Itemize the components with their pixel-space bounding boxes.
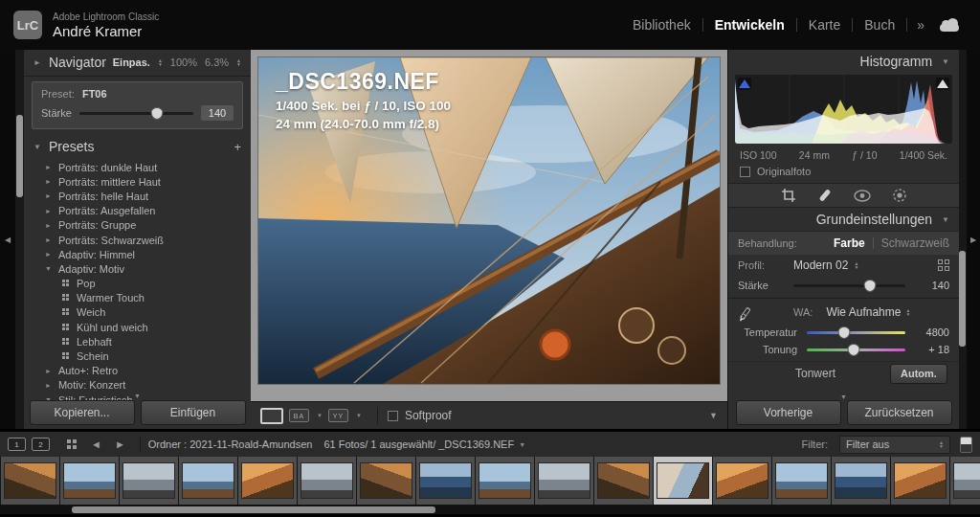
slider-thumb[interactable] — [848, 344, 860, 356]
disclosure-triangle-icon[interactable]: ▼ — [942, 57, 949, 66]
module-library[interactable]: Bibliothek — [621, 17, 702, 33]
filmstrip-thumbnail[interactable] — [713, 457, 771, 505]
chevron-down-icon[interactable]: ▼ — [519, 441, 525, 448]
filmstrip-thumbnail[interactable] — [772, 457, 831, 505]
filmstrip-scrollbar[interactable] — [0, 506, 980, 514]
filmstrip-thumbnail[interactable] — [1, 457, 59, 505]
basic-panel-header[interactable]: Grundeinstellungen ▼ — [728, 208, 959, 231]
filmstrip-thumbnail[interactable] — [535, 457, 593, 505]
slider-thumb[interactable] — [863, 280, 876, 292]
filmstrip-scroll-thumb[interactable] — [72, 506, 435, 513]
reset-button[interactable]: Zurücksetzen — [847, 400, 952, 425]
go-back-icon[interactable]: ◄ — [91, 438, 101, 450]
before-after-icon[interactable]: BA — [289, 409, 309, 422]
preset-amount-slider[interactable] — [79, 112, 193, 115]
preset-group[interactable]: ►Motiv: Konzert — [24, 378, 251, 393]
chevron-down-icon[interactable]: ▼ — [317, 413, 323, 418]
profile-value[interactable]: Modern 02 — [793, 258, 848, 272]
disclosure-triangle-icon[interactable]: ► — [45, 208, 52, 214]
spinner-icon[interactable] — [158, 58, 163, 66]
disclosure-triangle-icon[interactable]: ► — [45, 368, 52, 374]
disclosure-triangle-icon[interactable]: ▼ — [942, 215, 949, 224]
healing-tool-icon[interactable] — [817, 188, 833, 203]
filmstrip-thumbnail[interactable] — [594, 457, 653, 505]
collapse-left-icon[interactable]: ◀ — [5, 236, 11, 244]
disclosure-triangle-icon[interactable]: ▼ — [45, 265, 52, 272]
disclosure-triangle-icon[interactable]: ► — [45, 251, 52, 258]
preset-group[interactable]: ►Adaptiv: Himmel — [24, 247, 251, 261]
disclosure-triangle-icon[interactable]: ▼ — [33, 143, 41, 151]
folder-breadcrumb[interactable]: Ordner : 2021-11-Roald-Amundsen — [148, 438, 313, 450]
profile-browser-icon[interactable] — [938, 259, 949, 271]
filter-toggle-icon[interactable] — [960, 437, 972, 453]
shadow-clipping-indicator[interactable] — [738, 78, 751, 90]
amount-value[interactable]: 140 — [915, 280, 949, 291]
presets-header[interactable]: ▼ Presets + — [24, 135, 251, 158]
preset-group[interactable]: ►Porträts: dunkle Haut — [24, 160, 251, 174]
filmstrip-thumbnail[interactable] — [891, 457, 949, 505]
toolbar-options-chevron[interactable]: ▼ — [709, 411, 718, 420]
disclosure-triangle-icon[interactable]: ► — [45, 164, 52, 170]
histogram-header[interactable]: Histogramm ▼ — [728, 50, 959, 73]
disclosure-triangle-icon[interactable]: ► — [45, 222, 52, 229]
filmstrip-thumbnail[interactable] — [476, 457, 534, 505]
chevron-down-icon[interactable]: ▼ — [356, 413, 362, 418]
add-preset-button[interactable]: + — [234, 140, 241, 154]
preset-amount-value[interactable]: 140 — [201, 105, 234, 121]
copy-settings-button[interactable]: Kopieren... — [30, 400, 135, 425]
grid-view-icon[interactable] — [67, 439, 77, 449]
right-scroll-thumb[interactable] — [959, 251, 966, 347]
zoom-100-option[interactable]: 100% — [170, 56, 197, 68]
disclosure-triangle-icon[interactable]: ► — [45, 178, 52, 185]
red-eye-tool-icon[interactable] — [854, 190, 871, 202]
filter-dropdown[interactable]: Filter aus — [839, 436, 950, 454]
temperature-slider[interactable] — [807, 331, 905, 334]
paste-settings-button[interactable]: Einfügen — [141, 400, 246, 425]
treatment-color-option[interactable]: Farbe — [834, 236, 865, 250]
temperature-value[interactable]: 4800 — [915, 326, 949, 338]
preset-group[interactable]: ►Porträts: helle Haut — [24, 189, 251, 203]
preset-group[interactable]: ▼Adaptiv: Motiv — [24, 261, 251, 276]
filmstrip-thumbnail[interactable] — [950, 457, 980, 505]
tint-value[interactable]: + 18 — [915, 344, 949, 355]
highlight-clipping-indicator[interactable] — [936, 78, 949, 90]
second-window-icon[interactable]: 2 — [32, 438, 50, 451]
histogram[interactable] — [735, 75, 952, 144]
module-book[interactable]: Buch — [853, 17, 906, 33]
filmstrip-thumbnail[interactable] — [357, 457, 415, 505]
spinner-icon[interactable] — [905, 308, 910, 316]
preset-item[interactable]: Warmer Touch — [24, 291, 251, 305]
go-forward-icon[interactable]: ► — [115, 438, 125, 450]
main-window-icon[interactable]: 1 — [8, 438, 26, 451]
spinner-icon[interactable] — [236, 58, 241, 66]
softproof-checkbox[interactable] — [388, 411, 398, 421]
preset-group[interactable]: ►Porträts: Ausgefallen — [24, 204, 251, 218]
compare-view-icon[interactable]: YY — [328, 409, 348, 422]
previous-button[interactable]: Vorherige — [736, 400, 841, 425]
right-panel-collapse-strip[interactable]: ▶ — [967, 50, 980, 429]
wb-value[interactable]: Wie Aufnahme — [826, 305, 901, 319]
preset-group[interactable]: ►Porträts: Schwarzweiß — [24, 233, 251, 247]
left-panel-collapse-strip[interactable]: ◀ — [0, 50, 15, 429]
right-panel-scrollbar[interactable] — [958, 50, 967, 429]
filmstrip-thumbnail[interactable] — [179, 457, 237, 505]
preset-item[interactable]: Weich — [24, 305, 251, 320]
preset-item[interactable]: Kühl und weich — [24, 320, 251, 334]
collapse-right-icon[interactable]: ▶ — [970, 236, 976, 244]
left-panel-scrollbar[interactable] — [15, 50, 24, 429]
navigator-header[interactable]: ► Navigator Einpas. 100% 6.3% — [24, 50, 251, 75]
zoom-ratio-option[interactable]: 6.3% — [205, 56, 229, 68]
zoom-fit-option[interactable]: Einpas. — [113, 56, 150, 68]
left-scroll-thumb[interactable] — [16, 115, 23, 197]
preset-item[interactable]: Pop — [24, 277, 251, 291]
cloud-sync-icon[interactable] — [938, 18, 961, 32]
crop-tool-icon[interactable] — [781, 188, 796, 203]
module-map[interactable]: Karte — [797, 17, 852, 33]
selection-summary[interactable]: 61 Fotos/ 1 ausgewählt/ _DSC1369.NEF — [323, 438, 514, 450]
spinner-icon[interactable] — [854, 261, 858, 269]
auto-tone-button[interactable]: Autom. — [890, 364, 947, 384]
preset-item[interactable]: Lebhaft — [24, 334, 251, 348]
masking-tool-icon[interactable] — [892, 188, 907, 203]
wb-eyedropper-icon[interactable]: 🖊︎ — [737, 302, 768, 323]
filmstrip-thumbnail[interactable] — [298, 457, 356, 505]
